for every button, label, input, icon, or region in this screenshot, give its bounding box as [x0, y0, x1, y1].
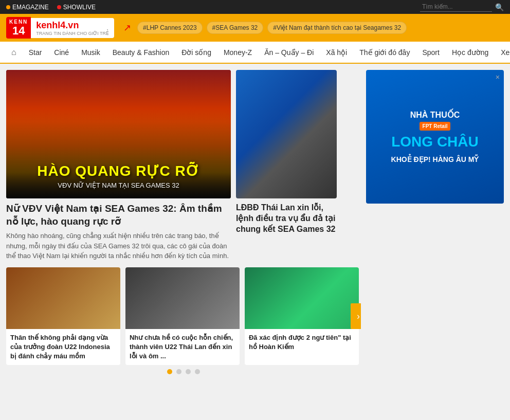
card-3[interactable]: Đã xác định được 2 ngư tiên" tại hồ Hoàn… — [245, 267, 359, 366]
card-1-body: Thân thế không phải dạng vừa của trưởng … — [6, 329, 120, 366]
feature-main-headline: Nữ VĐV Việt Nam tại SEA Games 32: Âm thầ… — [6, 203, 231, 228]
nav-an-quay[interactable]: Ăn – Quẩy – Đi — [258, 43, 320, 62]
banner-main-title: HÀO QUANG RỰC RỠ — [6, 163, 231, 179]
main-content: HÀO QUANG RỰC RỠ VĐV NỮ VIỆT NAM TẠI SEA… — [0, 64, 510, 380]
card-2-body: Như chưa hề có cuộc hỗn chiến, thành viê… — [125, 329, 240, 366]
feature-side-article[interactable]: LĐBĐ Thái Lan xin lỗi, lệnh điều tra vụ … — [236, 70, 337, 261]
dot-orange-icon — [6, 5, 10, 9]
card-row-wrap: Thân thế không phải dạng vừa của trưởng … — [6, 267, 361, 366]
feature-banner: HÀO QUANG RỰC RỠ VĐV NỮ VIỆT NAM TẠI SEA… — [6, 163, 231, 189]
ad-sub-text: NHÀ THUỐC — [410, 110, 460, 120]
header-tags: #LHP Cannes 2023 #SEA Games 32 #Việt Nam… — [137, 22, 504, 34]
fpt-logo: FPT Retail — [420, 122, 451, 131]
carousel-dots — [6, 369, 361, 374]
search-input[interactable] — [420, 2, 492, 12]
emagazine-link[interactable]: EMAGAZINE — [6, 4, 49, 11]
dot-3[interactable] — [186, 369, 191, 374]
card-row: Thân thế không phải dạng vừa của trưởng … — [6, 267, 361, 366]
dot-4[interactable] — [195, 369, 200, 374]
dot-2[interactable] — [176, 369, 181, 374]
nav-xem-mua[interactable]: Xem Mua Luôn — [495, 43, 510, 62]
logo-kenn-block: KENN 14 — [6, 17, 31, 39]
nav-hoc-duong[interactable]: Học đường — [446, 43, 495, 62]
content-area: HÀO QUANG RỰC RỠ VĐV NỮ VIỆT NAM TẠI SEA… — [6, 70, 361, 374]
card-3-image — [245, 267, 359, 329]
logo-tagline: TRANG TIN DÀNH CHO GIỚI TRẺ — [36, 31, 109, 36]
showlive-link[interactable]: SHOWLIVE — [57, 4, 96, 11]
card-3-body: Đã xác định được 2 ngư tiên" tại hồ Hoàn… — [245, 329, 359, 356]
logo-site-name: kenhl4.vn — [36, 20, 79, 31]
logo-num-text: 14 — [9, 25, 28, 36]
police-image — [236, 70, 337, 198]
nav-xa-hoi[interactable]: Xã hội — [320, 43, 353, 62]
card-2-image — [125, 267, 240, 329]
card-1-image-sim — [6, 267, 120, 329]
feature-main-desc: Không hào nhoáng, cũng chẳng xuất hiện n… — [6, 231, 231, 261]
nav-sport[interactable]: Sport — [416, 43, 445, 62]
nav-home[interactable]: ⌂ — [5, 43, 23, 62]
nav-moneyz[interactable]: Money-Z — [217, 43, 258, 62]
ad-banner: × NHÀ THUỐC FPT Retail LONG CHÂU KHOẺ ĐẸ… — [366, 70, 504, 204]
top-bar: EMAGAZINE SHOWLIVE 🔍 — [0, 0, 510, 14]
feature-side-headline: LĐBĐ Thái Lan xin lỗi, lệnh điều tra vụ … — [236, 203, 337, 234]
banner-sub-title: VĐV NỮ VIỆT NAM TẠI SEA GAMES 32 — [6, 181, 231, 189]
ad-close-button[interactable]: × — [496, 73, 500, 81]
ad-logo-row: FPT Retail — [420, 122, 451, 131]
feature-side-image — [236, 70, 337, 198]
feature-main-image: HÀO QUANG RỰC RỠ VĐV NỮ VIỆT NAM TẠI SEA… — [6, 70, 231, 198]
tag-seagames[interactable]: #SEA Games 32 — [207, 22, 264, 34]
sidebar: × NHÀ THUỐC FPT Retail LONG CHÂU KHOẺ ĐẸ… — [366, 70, 504, 374]
dot-red-icon — [57, 5, 61, 9]
emagazine-label: EMAGAZINE — [12, 4, 49, 11]
search-area: 🔍 — [420, 2, 504, 12]
feature-row: HÀO QUANG RỰC RỠ VĐV NỮ VIỆT NAM TẠI SEA… — [6, 70, 361, 261]
nav-bar: ⌂ Star Ciné Musik Beauty & Fashion Đời s… — [0, 42, 510, 64]
ad-content: × NHÀ THUỐC FPT Retail LONG CHÂU KHOẺ ĐẸ… — [366, 70, 504, 204]
showlive-label: SHOWLIVE — [63, 4, 96, 11]
card-1-image — [6, 267, 120, 329]
tag-vietnam-seagames[interactable]: #Việt Nam đạt thành tích cao tại Seagame… — [267, 22, 407, 34]
nav-musik[interactable]: Musik — [75, 43, 106, 62]
nav-doisong[interactable]: Đời sống — [175, 43, 217, 62]
nav-beauty[interactable]: Beauty & Fashion — [106, 43, 176, 62]
tag-lhp[interactable]: #LHP Cannes 2023 — [137, 22, 203, 34]
ad-tagline: KHOẺ ĐẸP! HÀNG ÂU MỸ — [391, 155, 479, 163]
card-1[interactable]: Thân thế không phải dạng vừa của trưởng … — [6, 267, 120, 366]
feature-main-article[interactable]: HÀO QUANG RỰC RỠ VĐV NỮ VIỆT NAM TẠI SEA… — [6, 70, 231, 261]
card-2-title: Như chưa hề có cuộc hỗn chiến, thành viê… — [130, 333, 235, 361]
card-1-title: Thân thế không phải dạng vừa của trưởng … — [10, 333, 116, 361]
trend-icon: ↗ — [123, 22, 131, 33]
card-3-image-sim — [245, 267, 359, 329]
header: KENN 14 kenhl4.vn TRANG TIN DÀNH CHO GIỚ… — [0, 14, 510, 42]
card-2-image-sim — [125, 267, 240, 329]
card-3-title: Đã xác định được 2 ngư tiên" tại hồ Hoàn… — [249, 333, 355, 352]
dot-1[interactable] — [167, 369, 172, 374]
logo[interactable]: KENN 14 kenhl4.vn TRANG TIN DÀNH CHO GIỚ… — [6, 17, 114, 39]
nav-cine[interactable]: Ciné — [48, 43, 75, 62]
card-row-next-button[interactable]: › — [351, 303, 361, 329]
nav-the-gioi[interactable]: Thế giới đó đây — [353, 43, 416, 62]
logo-site-block: kenhl4.vn TRANG TIN DÀNH CHO GIỚI TRẺ — [31, 18, 114, 38]
ad-brand-name: LONG CHÂU — [391, 135, 479, 149]
nav-star[interactable]: Star — [23, 43, 48, 62]
card-2[interactable]: Như chưa hề có cuộc hỗn chiến, thành viê… — [125, 267, 240, 366]
search-button[interactable]: 🔍 — [495, 3, 504, 11]
